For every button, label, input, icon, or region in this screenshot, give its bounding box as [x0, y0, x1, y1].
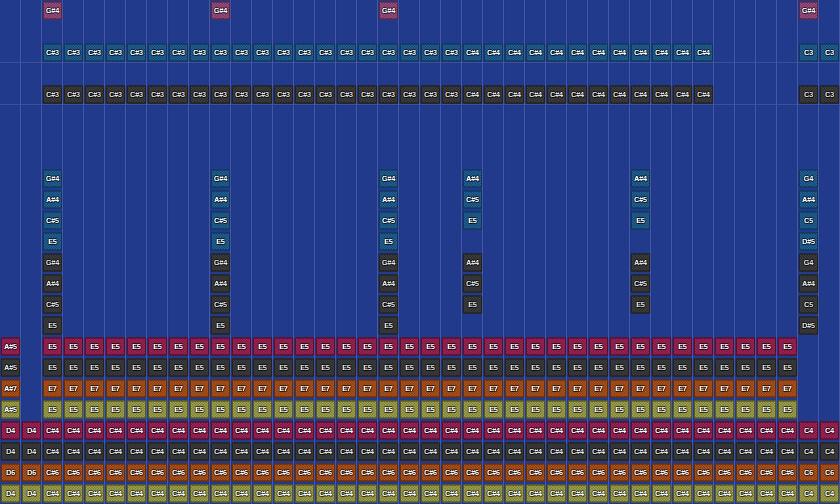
note-cell-cs4[interactable]: C#4	[568, 85, 587, 104]
note-cell-cs4[interactable]: C#4	[211, 442, 230, 461]
note-cell-e5[interactable]: E5	[127, 400, 146, 419]
note-cell-cs4[interactable]: C#4	[484, 484, 503, 503]
note-cell-e7[interactable]: E7	[505, 379, 524, 398]
note-cell-cs3[interactable]: C#3	[169, 85, 188, 104]
note-cell-cs4[interactable]: C#4	[400, 484, 419, 503]
note-cell-cs4[interactable]: C#4	[148, 484, 167, 503]
note-cell-cs3[interactable]: C#3	[400, 43, 419, 62]
note-cell-e5[interactable]: E5	[253, 358, 272, 377]
note-cell-cs6[interactable]: C#6	[295, 463, 314, 482]
note-cell-cs4[interactable]: C#4	[484, 85, 503, 104]
note-cell-cs4[interactable]: C#4	[85, 484, 104, 503]
note-cell-cs6[interactable]: C#6	[673, 463, 692, 482]
note-cell-cs6[interactable]: C#6	[484, 463, 503, 482]
note-cell-cs4[interactable]: C#4	[421, 421, 440, 440]
note-cell-c3[interactable]: C3	[820, 43, 839, 62]
note-cell-e5[interactable]: E5	[127, 358, 146, 377]
note-cell-e7[interactable]: E7	[190, 379, 209, 398]
note-cell-d4[interactable]: D4	[22, 421, 41, 440]
note-cell-e7[interactable]: E7	[379, 379, 398, 398]
note-cell-e5[interactable]: E5	[505, 337, 524, 356]
note-cell-e7[interactable]: E7	[64, 379, 83, 398]
note-cell-e7[interactable]: E7	[43, 379, 62, 398]
note-cell-e7[interactable]: E7	[253, 379, 272, 398]
note-cell-e5[interactable]: E5	[169, 358, 188, 377]
note-cell-as4[interactable]: A#4	[799, 274, 818, 293]
note-cell-d4[interactable]: D4	[1, 421, 20, 440]
note-cell-cs3[interactable]: C#3	[337, 85, 356, 104]
note-cell-cs4[interactable]: C#4	[316, 442, 335, 461]
note-cell-d4[interactable]: D4	[1, 442, 20, 461]
note-cell-e7[interactable]: E7	[547, 379, 566, 398]
note-cell-cs6[interactable]: C#6	[64, 463, 83, 482]
note-cell-e5[interactable]: E5	[442, 400, 461, 419]
note-cell-cs4[interactable]: C#4	[673, 85, 692, 104]
note-cell-e5[interactable]: E5	[274, 358, 293, 377]
note-cell-ds5[interactable]: D#5	[799, 232, 818, 251]
note-cell-cs4[interactable]: C#4	[547, 484, 566, 503]
note-cell-c6[interactable]: C6	[799, 463, 818, 482]
note-cell-e7[interactable]: E7	[631, 379, 650, 398]
note-cell-e5[interactable]: E5	[43, 316, 62, 335]
note-cell-cs3[interactable]: C#3	[379, 43, 398, 62]
note-cell-e5[interactable]: E5	[232, 358, 251, 377]
note-cell-e5[interactable]: E5	[526, 337, 545, 356]
note-cell-cs6[interactable]: C#6	[43, 463, 62, 482]
note-cell-cs4[interactable]: C#4	[526, 484, 545, 503]
note-cell-e5[interactable]: E5	[421, 337, 440, 356]
note-cell-as5[interactable]: A#5	[1, 400, 20, 419]
note-cell-e7[interactable]: E7	[715, 379, 734, 398]
note-cell-cs4[interactable]: C#4	[421, 484, 440, 503]
note-cell-cs3[interactable]: C#3	[253, 85, 272, 104]
note-cell-cs4[interactable]: C#4	[169, 484, 188, 503]
note-cell-cs4[interactable]: C#4	[85, 442, 104, 461]
note-cell-cs4[interactable]: C#4	[736, 484, 755, 503]
note-cell-e5[interactable]: E5	[631, 211, 650, 230]
note-cell-e5[interactable]: E5	[316, 358, 335, 377]
note-cell-cs6[interactable]: C#6	[106, 463, 125, 482]
note-cell-cs4[interactable]: C#4	[610, 484, 629, 503]
note-cell-cs4[interactable]: C#4	[169, 442, 188, 461]
note-cell-cs5[interactable]: C#5	[463, 190, 482, 209]
note-cell-gs4[interactable]: G#4	[379, 169, 398, 188]
note-cell-cs4[interactable]: C#4	[148, 421, 167, 440]
note-cell-cs4[interactable]: C#4	[106, 442, 125, 461]
note-cell-cs6[interactable]: C#6	[778, 463, 797, 482]
note-cell-e5[interactable]: E5	[736, 337, 755, 356]
note-cell-cs4[interactable]: C#4	[274, 442, 293, 461]
note-cell-cs4[interactable]: C#4	[442, 442, 461, 461]
note-cell-cs3[interactable]: C#3	[421, 85, 440, 104]
note-cell-e5[interactable]: E5	[715, 337, 734, 356]
note-cell-cs4[interactable]: C#4	[190, 442, 209, 461]
note-cell-cs6[interactable]: C#6	[505, 463, 524, 482]
note-cell-e7[interactable]: E7	[148, 379, 167, 398]
note-cell-e7[interactable]: E7	[757, 379, 776, 398]
note-cell-g4[interactable]: G4	[799, 253, 818, 272]
note-cell-e7[interactable]: E7	[778, 379, 797, 398]
note-cell-e5[interactable]: E5	[400, 358, 419, 377]
note-cell-cs3[interactable]: C#3	[316, 43, 335, 62]
note-cell-e5[interactable]: E5	[757, 358, 776, 377]
note-cell-cs5[interactable]: C#5	[211, 295, 230, 314]
note-cell-cs4[interactable]: C#4	[316, 421, 335, 440]
note-cell-cs4[interactable]: C#4	[673, 43, 692, 62]
note-cell-e5[interactable]: E5	[421, 400, 440, 419]
note-cell-cs4[interactable]: C#4	[526, 85, 545, 104]
note-cell-cs4[interactable]: C#4	[673, 484, 692, 503]
note-cell-cs4[interactable]: C#4	[757, 442, 776, 461]
note-cell-cs3[interactable]: C#3	[232, 43, 251, 62]
note-cell-e5[interactable]: E5	[190, 400, 209, 419]
note-cell-cs3[interactable]: C#3	[127, 43, 146, 62]
note-cell-cs4[interactable]: C#4	[337, 442, 356, 461]
note-cell-e5[interactable]: E5	[589, 358, 608, 377]
note-cell-c4[interactable]: C4	[820, 484, 839, 503]
note-cell-cs3[interactable]: C#3	[43, 85, 62, 104]
note-cell-cs4[interactable]: C#4	[652, 442, 671, 461]
note-cell-cs4[interactable]: C#4	[484, 43, 503, 62]
note-cell-e7[interactable]: E7	[610, 379, 629, 398]
note-cell-cs4[interactable]: C#4	[169, 421, 188, 440]
note-cell-cs6[interactable]: C#6	[316, 463, 335, 482]
note-cell-e7[interactable]: E7	[106, 379, 125, 398]
note-cell-cs4[interactable]: C#4	[631, 421, 650, 440]
note-cell-e5[interactable]: E5	[295, 400, 314, 419]
